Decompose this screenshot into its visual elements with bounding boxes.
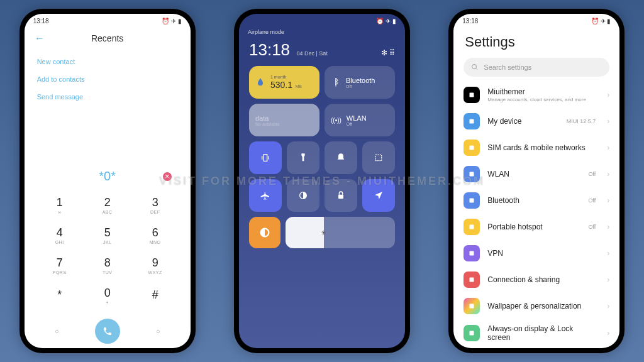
cc-header-icons[interactable]: ✻ ⠿ (381, 48, 395, 57)
chevron-right-icon: › (607, 275, 609, 284)
chevron-right-icon: › (607, 117, 609, 126)
keypad-key[interactable]: 1∞ (36, 190, 84, 220)
keypad-key[interactable]: 9WXYZ (131, 250, 179, 280)
svg-rect-0 (375, 155, 381, 160)
svg-rect-7 (470, 146, 474, 150)
keypad-key[interactable]: 7PQRS (36, 250, 84, 280)
dialed-number: *0* (99, 169, 116, 184)
svg-rect-6 (470, 119, 474, 124)
settings-item-icon (464, 166, 480, 182)
svg-rect-11 (470, 251, 474, 256)
back-icon[interactable]: ← (35, 33, 45, 44)
settings-item-icon (464, 192, 480, 209)
airplane-toggle[interactable] (249, 179, 282, 212)
data-usage-tile[interactable]: 1 month 530.1 MB (249, 66, 319, 99)
keypad-key[interactable]: 4GHI (36, 220, 84, 250)
status-bar: 13:18 ⏰ ✈ ▮ (453, 14, 619, 28)
flashlight-toggle[interactable] (287, 141, 319, 174)
keypad-key[interactable]: 6MNO (131, 220, 179, 250)
menu-dot[interactable] (157, 330, 160, 333)
status-bar: ⏰ ✈ ▮ (239, 14, 405, 28)
settings-item[interactable]: Bluetooth Off › (464, 187, 609, 214)
chevron-right-icon: › (607, 170, 609, 178)
vibrate-toggle[interactable] (249, 141, 282, 174)
settings-item-icon (464, 272, 480, 288)
phone-settings: 13:18 ⏰ ✈ ▮ Settings Search settings Miu… (448, 9, 625, 353)
svg-line-4 (476, 69, 478, 70)
chevron-right-icon: › (607, 143, 609, 152)
search-input[interactable]: Search settings (464, 58, 609, 77)
settings-item-icon (464, 219, 480, 235)
settings-item[interactable]: Always-on display & Lock screen › (464, 319, 609, 347)
status-bar: 13:18 ⏰ ✈ ▮ (25, 14, 191, 28)
chevron-right-icon: › (607, 90, 609, 99)
svg-point-3 (472, 65, 477, 69)
chevron-right-icon: › (607, 222, 609, 231)
svg-rect-9 (470, 199, 474, 203)
svg-rect-5 (470, 93, 474, 97)
location-toggle[interactable] (362, 179, 395, 212)
cc-date: 04 Dec | Sat (297, 50, 328, 57)
keypad-key[interactable]: 2ABC (84, 190, 131, 220)
cc-time: 13:18 (249, 40, 290, 59)
settings-item[interactable]: VPN › (464, 240, 609, 266)
lock-toggle[interactable] (325, 179, 357, 212)
settings-item[interactable]: Portable hotspot Off › (464, 214, 609, 240)
settings-item[interactable]: SIM cards & mobile networks › (464, 134, 609, 161)
settings-item[interactable]: WLAN Off › (464, 161, 609, 187)
settings-item-icon (464, 298, 480, 314)
brightness-icon: ☀ (321, 229, 326, 236)
keypad-key[interactable]: * (36, 280, 84, 310)
settings-item[interactable]: My device MIUI 12.5.7 › (464, 108, 609, 134)
screenshot-toggle[interactable] (362, 141, 395, 174)
svg-rect-12 (470, 278, 474, 282)
keypad-key[interactable]: 3DEF (131, 190, 179, 220)
status-time: 13:18 (33, 18, 49, 25)
settings-item-icon (464, 87, 480, 103)
settings-title: Settings (453, 28, 619, 55)
backspace-icon[interactable]: ✕ (163, 172, 172, 181)
recents-title: Recents (91, 33, 123, 43)
settings-item-icon (464, 140, 480, 156)
wifi-icon: ((•)) (331, 117, 341, 124)
call-button[interactable] (95, 319, 120, 344)
status-icons: ⏰ ✈ ▮ (162, 18, 182, 25)
wlan-tile[interactable]: ((•)) WLAN Off (325, 104, 395, 136)
airplane-label: Airplane mode (239, 28, 405, 36)
keypad-key[interactable]: 8TUV (84, 250, 131, 280)
keypad-key[interactable]: 5JKL (84, 220, 131, 250)
chevron-right-icon: › (607, 196, 609, 205)
search-icon (471, 63, 479, 71)
svg-rect-13 (470, 304, 474, 309)
svg-rect-8 (470, 172, 474, 177)
dialer-link[interactable]: Send message (37, 88, 178, 106)
chevron-right-icon: › (607, 249, 609, 258)
phone-dialer: 13:18 ⏰ ✈ ▮ ← Recents New contactAdd to … (19, 9, 196, 353)
mobile-data-tile[interactable]: data No available (249, 104, 319, 136)
svg-rect-10 (470, 225, 474, 229)
status-time: 13:18 (462, 18, 478, 25)
chevron-right-icon: › (607, 302, 609, 310)
bluetooth-tile[interactable]: Bluetooth Off (325, 66, 395, 99)
settings-item[interactable]: Wallpaper & personalization › (464, 293, 609, 319)
chevron-right-icon: › (607, 329, 609, 337)
settings-item-icon (464, 113, 480, 129)
auto-brightness-toggle[interactable] (249, 217, 280, 248)
dnd-toggle[interactable] (325, 141, 357, 174)
settings-item[interactable]: Connection & sharing › (464, 266, 609, 293)
status-icons: ⏰ ✈ ▮ (376, 18, 396, 25)
brightness-slider[interactable]: ☀ (286, 217, 395, 248)
menu-dot[interactable] (55, 330, 58, 333)
svg-rect-14 (470, 331, 474, 336)
dialer-link[interactable]: New contact (37, 53, 178, 70)
dialer-link[interactable]: Add to contacts (37, 70, 178, 88)
settings-item-icon (464, 245, 480, 261)
settings-item-icon (464, 325, 480, 341)
phone-control-center: ⏰ ✈ ▮ Airplane mode 13:18 04 Dec | Sat ✻… (234, 9, 410, 353)
svg-rect-2 (338, 195, 343, 199)
keypad-key[interactable]: 0+ (84, 280, 131, 310)
status-icons: ⏰ ✈ ▮ (591, 18, 611, 25)
settings-item[interactable]: MiuithemerManage accounts, cloud service… (464, 82, 609, 108)
keypad-key[interactable]: # (131, 280, 179, 310)
dark-mode-toggle[interactable] (287, 179, 319, 212)
